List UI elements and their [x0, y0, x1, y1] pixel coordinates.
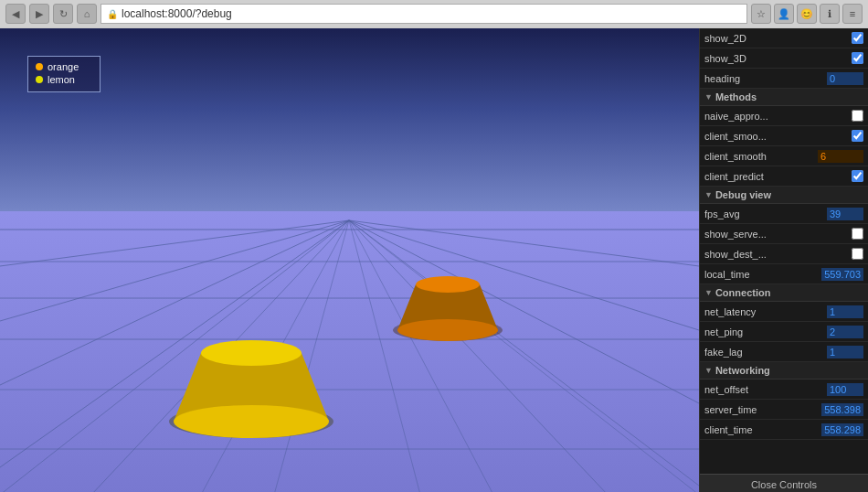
net-ping-label: net_ping	[704, 326, 827, 337]
browser-chrome: ◀ ▶ ↻ ⌂ 🔒 localhost:8000/?debug ☆ 👤 😊 ℹ …	[0, 0, 868, 28]
heading-label: heading	[704, 73, 827, 84]
methods-arrow: ▼	[704, 92, 713, 102]
show-3d-label: show_3D	[704, 53, 852, 64]
close-controls-button[interactable]: Close Controls	[700, 474, 868, 492]
client-smooth-val-row: client_smooth 6	[700, 146, 868, 166]
svg-point-26	[201, 340, 302, 366]
user-icon[interactable]: 👤	[774, 4, 794, 24]
svg-rect-0	[0, 28, 699, 230]
show-2d-label: show_2D	[704, 33, 852, 44]
client-smooth-value[interactable]: 6	[818, 150, 863, 163]
forward-button[interactable]: ▶	[29, 4, 49, 24]
networking-arrow: ▼	[704, 366, 713, 375]
server-time-value[interactable]: 558.398	[821, 403, 863, 416]
naive-appro-label: naive_appro...	[704, 111, 852, 122]
naive-appro-row: naive_appro...	[700, 106, 868, 126]
show-serve-checkbox[interactable]	[852, 228, 863, 240]
menu-icon[interactable]: ≡	[842, 4, 863, 24]
svg-rect-1	[0, 211, 699, 492]
show-dest-checkbox[interactable]	[852, 248, 863, 260]
local-time-label: local_time	[704, 269, 821, 280]
heading-value[interactable]: 0	[827, 72, 863, 85]
client-time-value[interactable]: 558.298	[821, 423, 863, 436]
net-offset-row: net_offset 100	[700, 380, 868, 400]
local-time-value[interactable]: 559.703	[821, 268, 863, 281]
fake-lag-label: fake_lag	[704, 347, 827, 358]
show-2d-row: show_2D	[700, 28, 868, 48]
lemon-label: lemon	[48, 74, 75, 85]
client-time-row: client_time 558.298	[700, 420, 868, 440]
home-button[interactable]: ⌂	[77, 4, 97, 24]
debug-view-arrow: ▼	[704, 190, 713, 199]
svg-point-32	[416, 276, 480, 293]
url-text: localhost:8000/?debug	[122, 7, 232, 20]
svg-point-33	[397, 319, 498, 341]
connection-arrow: ▼	[704, 288, 713, 297]
client-smoo-label: client_smoo...	[704, 131, 852, 142]
right-panel: show_2D show_3D heading 0 ▼ Methods naiv…	[699, 28, 868, 492]
legend-item-orange: orange	[36, 61, 92, 72]
fps-avg-value[interactable]: 39	[827, 208, 863, 220]
connection-section-title: Connection	[715, 287, 771, 298]
local-time-row: local_time 559.703	[700, 264, 868, 284]
fps-avg-row: fps_avg 39	[700, 204, 868, 224]
networking-section-header[interactable]: ▼ Networking	[700, 362, 868, 380]
svg-point-28	[174, 405, 329, 438]
net-ping-value[interactable]: 2	[827, 326, 863, 338]
browser-toolbar: ◀ ▶ ↻ ⌂ 🔒 localhost:8000/?debug ☆ 👤 😊 ℹ …	[0, 0, 868, 27]
star-icon[interactable]: ☆	[751, 4, 771, 24]
info-icon[interactable]: ℹ	[820, 4, 840, 24]
networking-section-title: Networking	[715, 365, 770, 376]
debug-view-section-title: Debug view	[715, 189, 771, 200]
legend-box: orange lemon	[27, 56, 101, 92]
server-time-row: server_time 558.398	[700, 400, 868, 420]
naive-appro-checkbox[interactable]	[852, 110, 863, 122]
emoji-icon[interactable]: 😊	[797, 4, 817, 24]
show-serve-label: show_serve...	[704, 229, 852, 240]
net-latency-row: net_latency 1	[700, 302, 868, 322]
main-area: orange lemon show_2D show_3D heading 0 ▼	[0, 28, 868, 492]
client-predict-label: client_predict	[704, 171, 852, 182]
net-offset-value[interactable]: 100	[827, 383, 863, 396]
show-3d-checkbox[interactable]	[852, 52, 863, 64]
legend-item-lemon: lemon	[36, 74, 92, 85]
show-3d-row: show_3D	[700, 48, 868, 69]
net-offset-label: net_offset	[704, 384, 827, 395]
client-predict-checkbox[interactable]	[852, 170, 863, 182]
net-ping-row: net_ping 2	[700, 322, 868, 342]
methods-section-header[interactable]: ▼ Methods	[700, 89, 868, 106]
fps-avg-label: fps_avg	[704, 209, 827, 219]
show-dest-label: show_dest_...	[704, 249, 852, 260]
back-button[interactable]: ◀	[5, 4, 26, 24]
client-smoo-row: client_smoo...	[700, 126, 868, 146]
client-smooth-label: client_smooth	[704, 151, 818, 162]
fake-lag-row: fake_lag 1	[700, 342, 868, 362]
lock-icon: 🔒	[107, 9, 118, 19]
show-2d-checkbox[interactable]	[852, 32, 863, 44]
heading-row: heading 0	[700, 69, 868, 89]
scene-background	[0, 28, 699, 492]
connection-section-header[interactable]: ▼ Connection	[700, 284, 868, 302]
fake-lag-value[interactable]: 1	[827, 346, 863, 358]
debug-view-section-header[interactable]: ▼ Debug view	[700, 187, 868, 204]
methods-section-title: Methods	[715, 91, 757, 102]
address-bar[interactable]: 🔒 localhost:8000/?debug	[101, 4, 747, 24]
reload-button[interactable]: ↻	[53, 4, 73, 24]
lemon-dot	[36, 76, 43, 83]
client-predict-row: client_predict	[700, 166, 868, 187]
net-latency-label: net_latency	[704, 306, 827, 317]
client-time-label: client_time	[704, 424, 821, 435]
orange-dot	[36, 63, 43, 70]
server-time-label: server_time	[704, 404, 821, 415]
orange-label: orange	[48, 61, 79, 72]
show-serve-row: show_serve...	[700, 224, 868, 244]
viewport: orange lemon	[0, 28, 699, 492]
net-latency-value[interactable]: 1	[827, 305, 863, 318]
show-dest-row: show_dest_...	[700, 244, 868, 264]
client-smoo-checkbox[interactable]	[852, 130, 863, 142]
toolbar-icons: ☆ 👤 😊 ℹ ≡	[751, 4, 863, 24]
